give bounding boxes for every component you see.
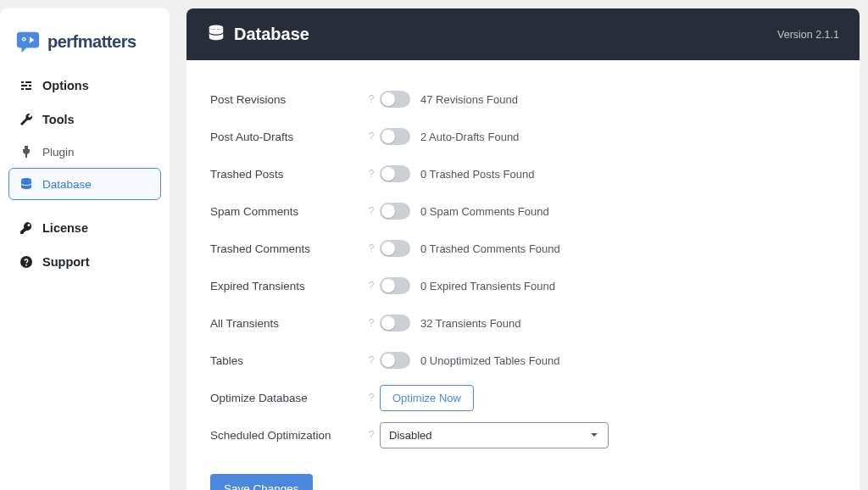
status-text: 2 Auto-Drafts Found	[420, 131, 519, 143]
save-changes-button[interactable]: Save Changes	[210, 474, 313, 490]
help-icon[interactable]: ?	[363, 354, 380, 366]
setting-label: Post Auto-Drafts	[210, 131, 363, 143]
nav-label: Tools	[42, 113, 75, 126]
toggle-post-revisions[interactable]	[380, 91, 410, 108]
toggle-tables[interactable]	[380, 352, 410, 369]
brand-name: perfmatters	[47, 32, 136, 52]
help-icon[interactable]: ?	[363, 131, 380, 142]
database-icon	[207, 24, 225, 45]
help-icon[interactable]: ?	[363, 280, 380, 292]
sidebar: perfmatters Options Tools Plugin Databas…	[0, 8, 170, 490]
page-header: Database Version 2.1.1	[186, 8, 860, 60]
main-content: Database Version 2.1.1 Post Revisions ? …	[186, 8, 860, 490]
sidebar-item-options[interactable]: Options	[8, 70, 161, 102]
toggle-all-transients[interactable]	[380, 315, 410, 331]
status-text: 32 Transients Found	[420, 317, 521, 330]
nav-label: Database	[42, 178, 92, 191]
help-icon[interactable]: ?	[363, 392, 380, 404]
setting-label: All Transients	[210, 317, 363, 330]
setting-label: Post Revisions	[210, 93, 363, 106]
status-text: 0 Unoptimized Tables Found	[420, 354, 560, 367]
toggle-post-auto-drafts[interactable]	[380, 128, 410, 145]
page-title: Database	[234, 25, 309, 44]
setting-label: Spam Comments	[210, 205, 363, 218]
setting-row-post-revisions: Post Revisions ? 47 Revisions Found	[210, 81, 836, 118]
toggle-trashed-posts[interactable]	[380, 165, 410, 182]
sliders-icon	[19, 78, 34, 93]
nav-label: License	[42, 221, 88, 235]
status-text: 0 Trashed Posts Found	[420, 168, 534, 181]
chat-bubble-icon	[15, 29, 41, 54]
wrench-icon	[19, 112, 34, 127]
question-circle-icon	[19, 254, 34, 270]
status-text: 47 Revisions Found	[420, 93, 518, 106]
sidebar-item-license[interactable]: License	[8, 212, 161, 244]
setting-row-expired-transients: Expired Transients ? 0 Expired Transient…	[210, 267, 836, 304]
setting-label: Scheduled Optimization	[210, 429, 363, 442]
nav-label: Plugin	[42, 146, 75, 159]
settings-form: Post Revisions ? 47 Revisions Found Post…	[186, 60, 860, 490]
help-icon[interactable]: ?	[363, 242, 380, 254]
toggle-spam-comments[interactable]	[380, 203, 410, 220]
toggle-expired-transients[interactable]	[380, 277, 410, 294]
setting-row-trashed-comments: Trashed Comments ? 0 Trashed Comments Fo…	[210, 230, 836, 267]
svg-point-1	[23, 38, 25, 40]
help-icon[interactable]: ?	[363, 317, 380, 329]
sidebar-item-support[interactable]: Support	[8, 246, 161, 278]
status-text: 0 Expired Transients Found	[420, 280, 555, 292]
setting-label: Optimize Database	[210, 392, 363, 404]
key-icon	[19, 220, 34, 236]
setting-row-post-auto-drafts: Post Auto-Drafts ? 2 Auto-Drafts Found	[210, 118, 836, 155]
setting-label: Trashed Posts	[210, 168, 363, 181]
setting-label: Trashed Comments	[210, 242, 363, 255]
svg-point-4	[209, 25, 224, 30]
status-text: 0 Spam Comments Found	[420, 205, 549, 218]
setting-row-all-transients: All Transients ? 32 Transients Found	[210, 304, 836, 342]
help-icon[interactable]: ?	[363, 205, 380, 217]
database-icon	[19, 176, 34, 192]
svg-point-2	[21, 178, 31, 181]
setting-row-spam-comments: Spam Comments ? 0 Spam Comments Found	[210, 192, 836, 230]
setting-label: Tables	[210, 354, 363, 367]
toggle-trashed-comments[interactable]	[380, 240, 410, 257]
setting-row-trashed-posts: Trashed Posts ? 0 Trashed Posts Found	[210, 155, 836, 192]
sidebar-item-plugin[interactable]: Plugin	[8, 137, 161, 166]
help-icon[interactable]: ?	[363, 429, 380, 441]
nav-label: Options	[42, 79, 89, 92]
nav-label: Support	[42, 255, 90, 269]
optimize-now-button[interactable]: Optimize Now	[380, 385, 474, 411]
setting-label: Expired Transients	[210, 280, 363, 292]
help-icon[interactable]: ?	[363, 93, 380, 105]
sidebar-item-database[interactable]: Database	[8, 168, 161, 200]
setting-row-tables: Tables ? 0 Unoptimized Tables Found	[210, 342, 836, 379]
setting-row-scheduled-optimization: Scheduled Optimization ? Disabled	[210, 416, 836, 454]
help-icon[interactable]: ?	[363, 168, 380, 180]
setting-row-optimize-database: Optimize Database ? Optimize Now	[210, 379, 836, 416]
scheduled-optimization-select[interactable]: Disabled	[380, 422, 609, 448]
version-label: Version 2.1.1	[777, 29, 839, 41]
sidebar-item-tools[interactable]: Tools	[8, 103, 161, 136]
status-text: 0 Trashed Comments Found	[420, 242, 560, 255]
brand-logo: perfmatters	[8, 24, 161, 68]
plug-icon	[19, 144, 34, 159]
